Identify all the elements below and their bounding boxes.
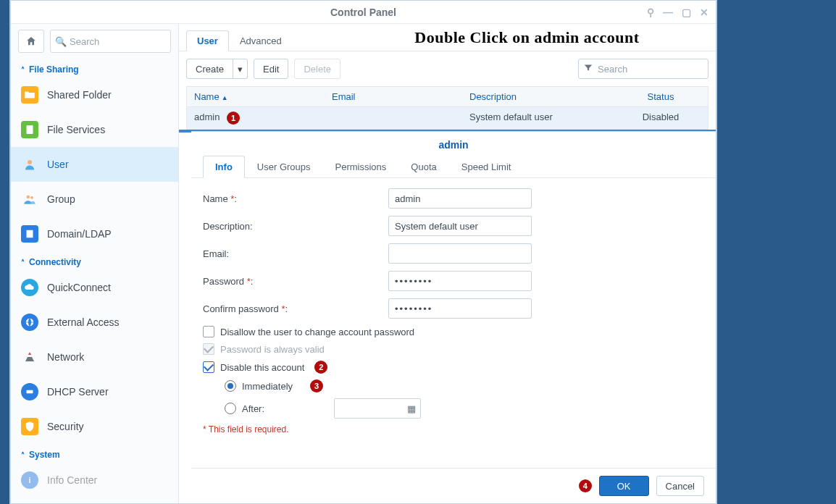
- delete-button: Delete: [294, 59, 340, 79]
- svg-rect-0: [27, 125, 33, 134]
- file-services-icon: [21, 121, 38, 138]
- column-status[interactable]: Status: [614, 87, 708, 106]
- tab-user[interactable]: User: [186, 30, 229, 51]
- mtab-user-groups[interactable]: User Groups: [245, 156, 323, 177]
- sidebar-search-input[interactable]: [50, 30, 171, 53]
- shield-icon: [21, 418, 38, 435]
- create-button[interactable]: Create: [186, 59, 233, 79]
- sidebar-item-domain-ldap[interactable]: Domain/LDAP: [11, 217, 178, 251]
- calendar-icon: ▦: [407, 403, 416, 414]
- window-title: Control Panel: [330, 7, 396, 18]
- filter-icon: [583, 63, 593, 75]
- column-email[interactable]: Email: [325, 87, 462, 106]
- sidebar-item-network[interactable]: Network: [11, 340, 178, 374]
- sidebar-item-file-services[interactable]: File Services: [11, 112, 178, 147]
- user-table: Name▲ Email Description Status admin 1 S…: [186, 86, 708, 130]
- user-edit-panel: admin Info User Groups Permissions Quota…: [191, 131, 716, 503]
- mtab-info[interactable]: Info: [203, 156, 245, 178]
- sidebar-item-dhcp-server[interactable]: DHCP Server: [11, 374, 178, 409]
- dhcp-icon: [21, 383, 38, 400]
- input-email[interactable]: [388, 243, 532, 264]
- user-icon: [21, 156, 38, 173]
- checkbox-checked-icon: [203, 343, 214, 355]
- cloud-icon: [21, 279, 38, 296]
- domain-icon: [21, 225, 38, 243]
- search-icon: 🔍: [55, 36, 67, 47]
- cancel-button[interactable]: Cancel: [656, 476, 704, 496]
- required-note: * This field is required.: [203, 424, 704, 434]
- section-system[interactable]: ˄ System: [11, 444, 178, 463]
- option-immediately[interactable]: Immediately 3: [203, 379, 704, 392]
- sidebar-item-security[interactable]: Security: [11, 409, 178, 444]
- group-icon: [21, 190, 38, 208]
- mtab-speed-limit[interactable]: Speed Limit: [449, 156, 524, 177]
- sidebar-item-quickconnect[interactable]: QuickConnect: [11, 270, 178, 305]
- sidebar-item-external-access[interactable]: External Access: [11, 305, 178, 340]
- svg-text:i: i: [29, 476, 31, 484]
- sidebar: 🔍 ˄ File Sharing Shared Folder File Serv…: [11, 24, 179, 503]
- annotation-badge-2: 2: [314, 361, 327, 374]
- chevron-up-icon: ˄: [21, 451, 25, 459]
- info-icon: i: [21, 471, 38, 489]
- label-email: Email:: [203, 248, 388, 259]
- label-password: Password *:: [203, 276, 388, 287]
- option-disallow-change[interactable]: Disallow the user to change account pass…: [203, 326, 704, 337]
- svg-rect-6: [27, 390, 33, 394]
- sidebar-item-shared-folder[interactable]: Shared Folder: [11, 77, 178, 112]
- chevron-down-icon: ▾: [238, 64, 243, 75]
- table-header: Name▲ Email Description Status: [187, 87, 708, 107]
- column-name[interactable]: Name▲: [187, 87, 325, 106]
- svg-rect-4: [27, 230, 33, 238]
- chevron-up-icon: ˄: [21, 259, 25, 266]
- input-description[interactable]: [388, 216, 532, 236]
- option-disable-account[interactable]: Disable this account 2: [203, 361, 704, 374]
- cell-description: System default user: [462, 107, 614, 129]
- toolbar: Create ▾ Edit Delete: [179, 51, 716, 86]
- ok-button[interactable]: OK: [599, 476, 649, 496]
- checkbox-icon: [203, 326, 214, 337]
- checkbox-checked-icon: [203, 361, 214, 373]
- toolbar-search: [578, 59, 708, 79]
- globe-icon: [21, 314, 38, 331]
- mtab-permissions[interactable]: Permissions: [323, 156, 399, 177]
- input-after-date[interactable]: ▦: [334, 398, 421, 419]
- option-always-valid: Password is always valid: [203, 343, 704, 355]
- annotation-badge-4: 4: [579, 479, 592, 492]
- folder-icon: [21, 86, 38, 104]
- maximize-icon[interactable]: ▢: [682, 7, 691, 18]
- annotation-badge-3: 3: [310, 379, 323, 392]
- input-name[interactable]: [388, 188, 532, 209]
- cell-name: admin: [194, 112, 220, 122]
- minimize-icon[interactable]: —: [663, 7, 673, 18]
- control-panel-window: Control Panel ⚲ — ▢ ✕ 🔍 ˄ File Sharing: [10, 0, 716, 504]
- svg-point-2: [27, 196, 30, 199]
- home-button[interactable]: [18, 30, 44, 53]
- cell-email: [325, 107, 462, 129]
- input-password[interactable]: [388, 271, 532, 291]
- edit-button[interactable]: Edit: [254, 59, 288, 79]
- table-row[interactable]: admin 1 System default user Disabled: [187, 107, 708, 130]
- input-confirm-password[interactable]: [388, 298, 532, 319]
- section-file-sharing[interactable]: ˄ File Sharing: [11, 59, 178, 77]
- radio-icon: [225, 403, 236, 414]
- pin-icon[interactable]: ⚲: [647, 7, 654, 18]
- section-connectivity[interactable]: ˄ Connectivity: [11, 251, 178, 270]
- home-icon: [25, 35, 37, 47]
- toolbar-search-input[interactable]: [578, 59, 708, 79]
- tab-advanced[interactable]: Advanced: [229, 30, 293, 51]
- close-icon[interactable]: ✕: [700, 7, 708, 18]
- column-description[interactable]: Description: [462, 87, 614, 106]
- info-form: Name *: Description: Email: Password *: …: [191, 178, 716, 468]
- sidebar-item-info-center[interactable]: i Info Center: [11, 463, 178, 497]
- cell-status: Disabled: [614, 107, 708, 129]
- option-after[interactable]: After: ▦: [203, 398, 704, 419]
- radio-checked-icon: [225, 380, 236, 392]
- network-icon: [21, 348, 38, 366]
- sidebar-item-group[interactable]: Group: [11, 182, 178, 217]
- svg-point-3: [30, 196, 33, 199]
- label-description: Description:: [203, 221, 388, 232]
- sidebar-item-user[interactable]: User: [11, 147, 178, 182]
- mtab-quota[interactable]: Quota: [398, 156, 448, 177]
- create-dropdown-button[interactable]: ▾: [233, 59, 248, 79]
- chevron-up-icon: ˄: [21, 66, 25, 74]
